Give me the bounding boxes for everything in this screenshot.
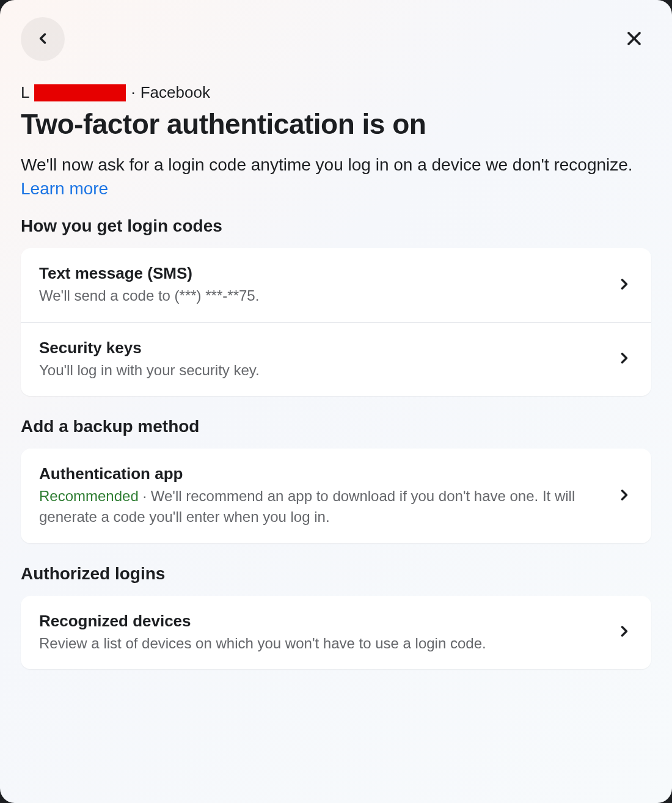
recognized-devices-text: Recognized devices Review a list of devi… (39, 612, 616, 654)
login-codes-group: Text message (SMS) We'll send a code to … (21, 248, 651, 396)
sms-subtitle: We'll send a code to (***) ***-**75. (39, 285, 604, 306)
chevron-left-icon (34, 30, 51, 49)
security-keys-item[interactable]: Security keys You'll log in with your se… (21, 322, 651, 397)
breadcrumb-separator: · (131, 83, 135, 102)
sms-text: Text message (SMS) We'll send a code to … (39, 264, 616, 306)
sms-item[interactable]: Text message (SMS) We'll send a code to … (21, 248, 651, 322)
close-icon (623, 28, 645, 51)
redacted-block (34, 84, 126, 101)
breadcrumb-platform: Facebook (141, 83, 210, 102)
recognized-devices-title: Recognized devices (39, 612, 604, 631)
recognized-devices-item[interactable]: Recognized devices Review a list of devi… (21, 596, 651, 670)
section-title-login-codes: How you get login codes (21, 216, 651, 236)
auth-app-text: Authentication app Recommended · We'll r… (39, 464, 616, 527)
sms-title: Text message (SMS) (39, 264, 604, 283)
auth-app-item[interactable]: Authentication app Recommended · We'll r… (21, 449, 651, 543)
security-keys-text: Security keys You'll log in with your se… (39, 339, 616, 381)
close-button[interactable] (617, 22, 651, 56)
auth-app-separator: · (139, 488, 151, 504)
page-description: We'll now ask for a login code anytime y… (21, 153, 651, 200)
security-keys-subtitle: You'll log in with your security key. (39, 360, 604, 381)
authorized-group: Recognized devices Review a list of devi… (21, 596, 651, 670)
back-button[interactable] (21, 17, 65, 61)
auth-app-title: Authentication app (39, 464, 604, 483)
recommended-label: Recommended (39, 488, 139, 504)
recognized-devices-subtitle: Review a list of devices on which you wo… (39, 633, 604, 654)
chevron-right-icon (616, 276, 633, 295)
section-title-backup: Add a backup method (21, 417, 651, 436)
security-keys-title: Security keys (39, 339, 604, 358)
learn-more-link[interactable]: Learn more (21, 179, 108, 198)
top-bar (21, 17, 651, 61)
breadcrumb-name-initial: L (21, 83, 29, 102)
auth-app-subtitle: Recommended · We'll recommend an app to … (39, 486, 604, 527)
page-description-text: We'll now ask for a login code anytime y… (21, 155, 633, 174)
breadcrumb: L · Facebook (21, 83, 651, 102)
two-factor-modal: L · Facebook Two-factor authentication i… (0, 0, 672, 803)
chevron-right-icon (616, 350, 633, 369)
section-title-authorized: Authorized logins (21, 564, 651, 584)
chevron-right-icon (616, 486, 633, 506)
page-title: Two-factor authentication is on (21, 108, 651, 141)
chevron-right-icon (616, 623, 633, 642)
backup-group: Authentication app Recommended · We'll r… (21, 449, 651, 543)
